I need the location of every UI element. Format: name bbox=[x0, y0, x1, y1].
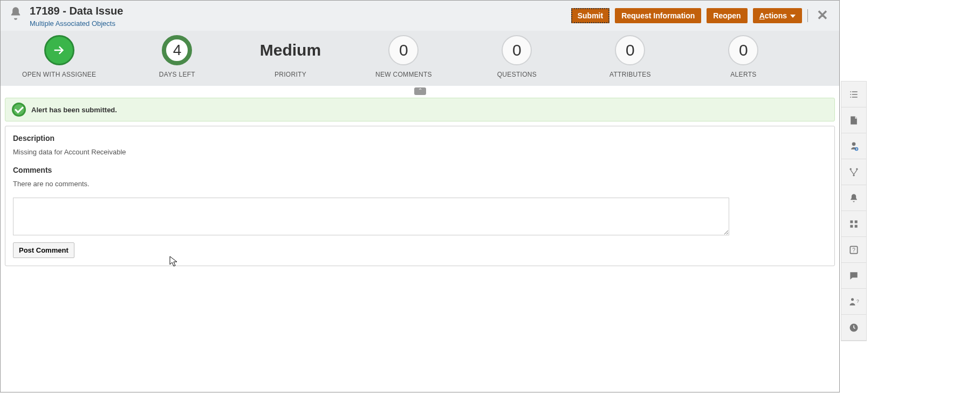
questions-value: 0 bbox=[502, 35, 532, 65]
metrics-row: OPEN WITH ASSIGNEE 4 DAYS LEFT Medium PR… bbox=[1, 31, 839, 86]
description-text: Missing data for Account Receivable bbox=[13, 148, 827, 156]
actions-dropdown-button[interactable]: Actions bbox=[753, 8, 802, 23]
metric-new-comments: 0 NEW COMMENTS bbox=[371, 35, 436, 78]
rail-help-icon[interactable]: ? bbox=[841, 237, 866, 263]
svg-rect-5 bbox=[855, 220, 858, 223]
caret-down-icon bbox=[790, 15, 796, 18]
svg-rect-7 bbox=[855, 225, 858, 227]
rail-assign-icon[interactable] bbox=[841, 133, 866, 159]
request-information-button[interactable]: Request Information bbox=[615, 8, 701, 23]
rail-doc-info-icon[interactable] bbox=[841, 107, 866, 133]
attributes-value: 0 bbox=[615, 35, 645, 65]
rail-list-icon[interactable] bbox=[841, 82, 866, 107]
priority-value: Medium bbox=[258, 35, 323, 65]
days-left-value: 4 bbox=[162, 35, 192, 65]
associated-objects-link[interactable]: Multiple Associated Objects bbox=[30, 19, 123, 28]
header-bar: 17189 - Data Issue Multiple Associated O… bbox=[1, 1, 839, 31]
metric-open-with-assignee: OPEN WITH ASSIGNEE bbox=[22, 35, 96, 78]
check-circle-icon bbox=[12, 103, 26, 117]
svg-text:?: ? bbox=[856, 298, 859, 303]
success-banner: Alert has been submitted. bbox=[5, 98, 835, 121]
rail-user-help-icon[interactable]: ? bbox=[841, 289, 866, 315]
metric-label: DAYS LEFT bbox=[145, 71, 209, 78]
rail-chat-icon[interactable] bbox=[841, 263, 866, 289]
reopen-button[interactable]: Reopen bbox=[707, 8, 747, 23]
details-panel: Description Missing data for Account Rec… bbox=[5, 126, 835, 266]
svg-point-0 bbox=[855, 147, 858, 150]
metric-label: NEW COMMENTS bbox=[371, 71, 436, 78]
metric-attributes: 0 ATTRIBUTES bbox=[598, 35, 662, 78]
rail-grid-icon[interactable] bbox=[841, 211, 866, 237]
submit-button[interactable]: Submit bbox=[571, 8, 609, 23]
svg-point-2 bbox=[856, 168, 858, 170]
new-comments-value: 0 bbox=[388, 35, 419, 65]
metric-label: ALERTS bbox=[711, 71, 776, 78]
svg-text:?: ? bbox=[852, 247, 855, 253]
svg-point-3 bbox=[853, 174, 854, 176]
bell-icon bbox=[8, 6, 23, 21]
metric-label: ATTRIBUTES bbox=[598, 71, 662, 78]
comment-textarea[interactable] bbox=[13, 198, 729, 235]
rail-workflow-icon[interactable] bbox=[841, 159, 866, 185]
page-title: 17189 - Data Issue bbox=[30, 5, 123, 17]
header-actions: Submit Request Information Reopen Action… bbox=[571, 7, 832, 24]
metric-label: OPEN WITH ASSIGNEE bbox=[22, 71, 96, 78]
alerts-value: 0 bbox=[728, 35, 758, 65]
metric-questions: 0 QUESTIONS bbox=[484, 35, 549, 78]
svg-point-1 bbox=[850, 168, 852, 170]
success-message: Alert has been submitted. bbox=[31, 106, 117, 114]
title-block: 17189 - Data Issue Multiple Associated O… bbox=[30, 5, 123, 28]
post-comment-button[interactable]: Post Comment bbox=[13, 242, 74, 258]
rail-bell-icon[interactable] bbox=[841, 185, 866, 211]
collapse-bar: ⌃ bbox=[1, 86, 839, 93]
arrow-right-icon bbox=[44, 35, 74, 65]
main-window: 17189 - Data Issue Multiple Associated O… bbox=[0, 0, 840, 392]
svg-rect-6 bbox=[850, 225, 853, 227]
collapse-up-icon[interactable]: ⌃ bbox=[414, 87, 426, 95]
metric-priority: Medium PRIORITY bbox=[258, 35, 323, 78]
metric-days-left: 4 DAYS LEFT bbox=[145, 35, 209, 78]
comments-heading: Comments bbox=[13, 166, 827, 174]
separator bbox=[807, 9, 808, 22]
svg-rect-4 bbox=[850, 220, 853, 223]
comments-empty-text: There are no comments. bbox=[13, 180, 827, 188]
right-icon-rail: ? ? bbox=[841, 81, 867, 341]
metric-label: QUESTIONS bbox=[484, 71, 549, 78]
metric-label: PRIORITY bbox=[258, 71, 323, 78]
header-left: 17189 - Data Issue Multiple Associated O… bbox=[8, 5, 123, 28]
rail-clock-icon[interactable] bbox=[841, 315, 866, 341]
close-icon[interactable]: ✕ bbox=[813, 7, 832, 24]
metric-alerts: 0 ALERTS bbox=[711, 35, 776, 78]
description-heading: Description bbox=[13, 134, 827, 143]
